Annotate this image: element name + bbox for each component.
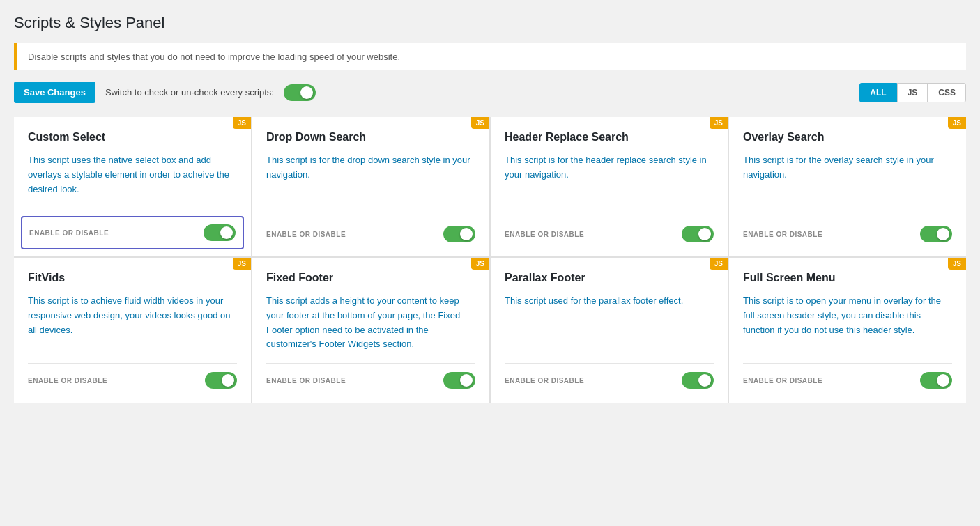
card-desc-fitvids: This script is to achieve fluid width vi… (28, 294, 237, 352)
card-badge-drop-down-search: JS (471, 117, 489, 129)
card-overlay-search: JS Overlay Search This script is for the… (729, 117, 966, 256)
card-title-full-screen-menu: Full Screen Menu (743, 272, 952, 284)
save-button[interactable]: Save Changes (14, 82, 95, 103)
card-title-fitvids: FitVids (28, 272, 237, 284)
card-toggle-label-header-replace-search: ENABLE OR DISABLE (505, 231, 584, 238)
notice-bar: Disable scripts and styles that you do n… (14, 43, 966, 70)
card-toggle-label-drop-down-search: ENABLE OR DISABLE (266, 231, 346, 238)
card-toggle-header-replace-search[interactable] (682, 226, 714, 242)
card-title-header-replace-search: Header Replace Search (505, 131, 714, 144)
filter-buttons: ALL JS CSS (859, 83, 966, 102)
card-fixed-footer: JS Fixed Footer This script adds a heigh… (252, 258, 489, 403)
card-footer-header-replace-search: ENABLE OR DISABLE (505, 217, 714, 242)
card-toggle-custom-select[interactable] (204, 224, 236, 241)
card-footer-drop-down-search: ENABLE OR DISABLE (266, 217, 475, 242)
filter-all-button[interactable]: ALL (859, 83, 896, 102)
card-toggle-label-fixed-footer: ENABLE OR DISABLE (266, 377, 346, 385)
card-toggle-overlay-search[interactable] (920, 226, 952, 242)
card-toggle-fitvids[interactable] (205, 372, 237, 389)
card-drop-down-search: JS Drop Down Search This script is for t… (252, 117, 489, 256)
cards-grid: JS Custom Select This script uses the na… (14, 117, 966, 403)
card-footer-fitvids: ENABLE OR DISABLE (28, 363, 237, 389)
card-full-screen-menu: JS Full Screen Menu This script is to op… (729, 258, 966, 403)
card-badge-header-replace-search: JS (710, 117, 728, 129)
card-title-drop-down-search: Drop Down Search (266, 131, 475, 144)
global-toggle[interactable] (284, 84, 316, 101)
card-badge-overlay-search: JS (948, 117, 966, 129)
card-badge-fitvids: JS (233, 258, 251, 270)
card-toggle-parallax-footer[interactable] (682, 372, 714, 389)
card-desc-fixed-footer: This script adds a height to your conten… (266, 294, 475, 352)
card-title-custom-select: Custom Select (28, 131, 237, 144)
card-desc-full-screen-menu: This script is to open your menu in over… (743, 294, 952, 352)
card-fitvids: JS FitVids This script is to achieve flu… (14, 258, 251, 403)
card-desc-overlay-search: This script is for the overlay search st… (743, 153, 952, 206)
card-badge-fixed-footer: JS (471, 258, 489, 270)
global-toggle-switch[interactable] (284, 84, 316, 101)
card-footer-fixed-footer: ENABLE OR DISABLE (266, 363, 475, 389)
card-toggle-label-overlay-search: ENABLE OR DISABLE (743, 231, 822, 238)
card-badge-full-screen-menu: JS (948, 258, 966, 270)
card-toggle-label-parallax-footer: ENABLE OR DISABLE (505, 377, 584, 385)
card-header-replace-search: JS Header Replace Search This script is … (491, 117, 728, 256)
card-badge-parallax-footer: JS (710, 258, 728, 270)
card-badge-custom-select: JS (233, 117, 251, 129)
filter-css-button[interactable]: CSS (928, 83, 966, 102)
card-title-parallax-footer: Parallax Footer (505, 272, 714, 284)
card-toggle-fixed-footer[interactable] (443, 372, 475, 389)
card-title-overlay-search: Overlay Search (743, 131, 952, 144)
card-desc-drop-down-search: This script is for the drop down search … (266, 153, 475, 206)
card-toggle-full-screen-menu[interactable] (920, 372, 952, 389)
card-footer-parallax-footer: ENABLE OR DISABLE (505, 363, 714, 389)
card-desc-parallax-footer: This script used for the parallax footer… (505, 294, 714, 352)
card-footer-custom-select: ENABLE OR DISABLE (21, 216, 244, 249)
card-desc-header-replace-search: This script is for the header replace se… (505, 153, 714, 206)
filter-js-button[interactable]: JS (897, 83, 928, 102)
card-toggle-drop-down-search[interactable] (443, 226, 475, 242)
card-toggle-label-fitvids: ENABLE OR DISABLE (28, 377, 107, 385)
page-title: Scripts & Styles Panel (14, 14, 966, 32)
card-title-fixed-footer: Fixed Footer (266, 272, 475, 284)
card-toggle-label-custom-select: ENABLE OR DISABLE (29, 229, 109, 237)
card-footer-overlay-search: ENABLE OR DISABLE (743, 217, 952, 242)
card-footer-full-screen-menu: ENABLE OR DISABLE (743, 363, 952, 389)
card-toggle-label-full-screen-menu: ENABLE OR DISABLE (743, 377, 822, 385)
card-parallax-footer: JS Parallax Footer This script used for … (491, 258, 728, 403)
toolbar: Save Changes Switch to check or un-check… (14, 82, 966, 103)
card-custom-select: JS Custom Select This script uses the na… (14, 117, 251, 256)
card-desc-custom-select: This script uses the native select box a… (28, 153, 237, 205)
toolbar-label: Switch to check or un-check every script… (105, 87, 274, 98)
